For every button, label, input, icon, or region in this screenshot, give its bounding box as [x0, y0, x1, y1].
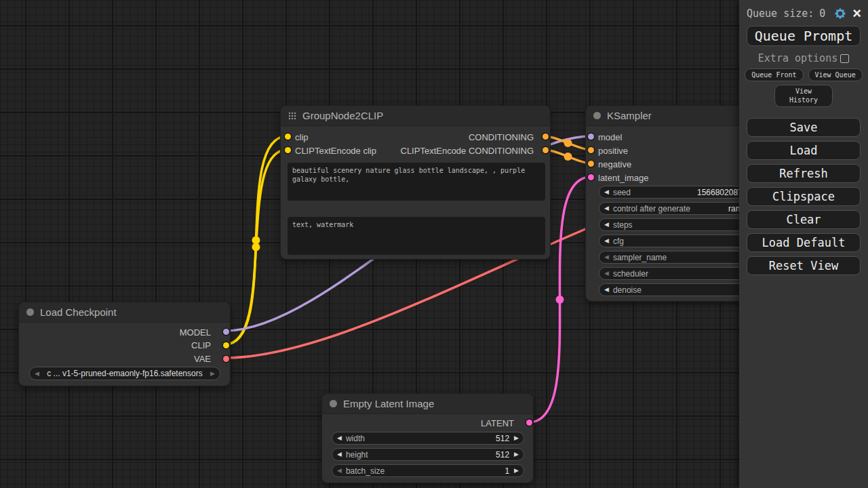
view-history-line2: History — [775, 96, 832, 104]
load-default-button[interactable]: Load Default — [747, 233, 861, 252]
input-port-negative[interactable] — [588, 161, 594, 167]
collapse-dot-icon[interactable] — [593, 112, 601, 119]
input-port-model[interactable] — [588, 134, 594, 140]
refresh-button[interactable]: Refresh — [747, 164, 861, 183]
output-port-latent[interactable] — [526, 420, 532, 426]
clipspace-button[interactable]: Clipspace — [747, 187, 861, 206]
output-label: MODEL — [130, 327, 211, 338]
input-port-latent-image[interactable] — [588, 174, 594, 180]
collapse-dot-icon[interactable] — [330, 400, 337, 407]
action-buttons: Save Load Refresh Clipspace Clear Load D… — [747, 118, 861, 275]
output-label: VAE — [130, 354, 211, 364]
view-history-button[interactable]: View History — [774, 85, 833, 107]
queue-front-button[interactable]: Queue Front — [745, 68, 803, 81]
node-load-checkpoint: Load Checkpoint MODEL CLIP VAE ◀ c ... v… — [18, 302, 231, 386]
output-port-vae[interactable] — [223, 356, 229, 362]
node-load-checkpoint-header[interactable]: Load Checkpoint — [19, 302, 230, 323]
close-icon[interactable]: × — [852, 7, 861, 20]
widget-label: denoise — [613, 285, 642, 295]
comfy-menu: Queue size:0 × Queue Prompt Extra option… — [739, 0, 868, 488]
output-label: CLIPTextEncode CONDITIONING — [401, 146, 534, 156]
collapse-dot-icon[interactable] — [26, 308, 34, 316]
negative-prompt-textarea[interactable]: text, watermark — [288, 217, 545, 255]
positive-prompt-textarea[interactable]: beautiful scenery nature glass bottle la… — [288, 163, 545, 201]
view-queue-button[interactable]: View Queue — [808, 68, 863, 81]
node-empty-latent-image-header[interactable]: Empty Latent Image — [322, 394, 533, 414]
link-dot-positive — [564, 139, 572, 147]
widget-label: steps — [613, 220, 633, 230]
widget-label: scheduler — [613, 269, 648, 279]
input-port-cliptextencode-clip[interactable] — [285, 147, 291, 153]
queue-size-value: 0 — [819, 7, 825, 20]
node-title: KSampler — [607, 110, 652, 121]
decrement-arrow-icon[interactable]: ◀ — [604, 222, 609, 228]
queue-prompt-button[interactable]: Queue Prompt — [747, 26, 861, 46]
reset-view-button[interactable]: Reset View — [747, 256, 861, 275]
widget-label: width — [346, 434, 365, 443]
widget-width[interactable]: ◀ width 512▶ — [332, 432, 524, 445]
menu-header: Queue size:0 × — [739, 0, 868, 20]
extra-options-checkbox[interactable] — [840, 54, 849, 63]
graph-canvas[interactable]: GroupNode2CLIP clip CLIPTextEncode clip … — [0, 0, 868, 488]
decrement-arrow-icon[interactable]: ◀ — [337, 451, 342, 458]
widget-value: c ... v1-5-pruned-emaonly-fp16.safetenso… — [42, 369, 208, 378]
input-port-positive[interactable] — [588, 147, 594, 153]
input-port-clip[interactable] — [285, 134, 291, 140]
output-port-model[interactable] — [223, 329, 229, 335]
widget-value: 512 — [496, 434, 509, 443]
gear-icon[interactable] — [833, 7, 847, 20]
increment-arrow-icon[interactable]: ▶ — [514, 468, 519, 474]
output-label: CLIP — [130, 340, 211, 350]
link-dot-clip-2 — [252, 243, 260, 251]
load-button[interactable]: Load — [747, 141, 861, 160]
input-label: latent_image — [598, 173, 648, 183]
decrement-arrow-icon[interactable]: ◀ — [337, 468, 342, 474]
decrement-arrow-icon[interactable]: ◀ — [337, 435, 342, 441]
widget-label: sampler_name — [613, 253, 667, 262]
output-port-clip[interactable] — [223, 342, 229, 348]
widget-batch-size[interactable]: ◀ batch_size 1▶ — [332, 464, 524, 477]
node-empty-latent-image: Empty Latent Image LATENT ◀ width 512▶ ◀… — [321, 393, 534, 483]
group-node-icon — [288, 112, 296, 120]
increment-arrow-icon[interactable]: ▶ — [514, 435, 519, 441]
decrement-arrow-icon[interactable]: ◀ — [604, 270, 609, 277]
input-label: CLIPTextEncode clip — [295, 146, 376, 156]
decrement-arrow-icon[interactable]: ◀ — [35, 371, 39, 377]
output-port-conditioning[interactable] — [542, 134, 549, 140]
extra-options-row: Extra options — [758, 52, 849, 64]
queue-size-label: Queue size: — [747, 7, 814, 20]
view-history-line1: View — [775, 87, 832, 96]
queue-size: Queue size:0 — [747, 7, 825, 20]
input-label: positive — [598, 146, 628, 156]
node-title: Empty Latent Image — [343, 398, 434, 409]
increment-arrow-icon[interactable]: ▶ — [514, 451, 519, 458]
link-dot-negative — [564, 152, 572, 161]
node-title: GroupNode2CLIP — [302, 110, 383, 121]
decrement-arrow-icon[interactable]: ◀ — [604, 287, 609, 293]
output-label: CONDITIONING — [469, 132, 534, 142]
output-port-cliptextencode-conditioning[interactable] — [542, 147, 549, 153]
widget-ckpt-name[interactable]: ◀ c ... v1-5-pruned-emaonly-fp16.safeten… — [29, 367, 220, 380]
input-label: negative — [598, 159, 631, 169]
output-label: LATENT — [433, 418, 514, 428]
widget-label: seed — [613, 188, 631, 197]
widget-label: control after generate — [613, 204, 690, 214]
widget-label: cfg — [613, 237, 624, 246]
link-dot-latent — [556, 296, 564, 304]
widget-height[interactable]: ◀ height 512▶ — [332, 448, 524, 461]
decrement-arrow-icon[interactable]: ◀ — [604, 189, 609, 195]
clear-button[interactable]: Clear — [747, 210, 861, 229]
decrement-arrow-icon[interactable]: ◀ — [604, 254, 609, 260]
decrement-arrow-icon[interactable]: ◀ — [604, 238, 609, 244]
queue-controls-row: Queue Front View Queue — [745, 68, 862, 81]
widget-value: 1 — [505, 466, 509, 476]
node-title: Load Checkpoint — [40, 306, 117, 318]
extra-options-label: Extra options — [758, 52, 837, 64]
input-label: model — [598, 132, 622, 142]
increment-arrow-icon[interactable]: ▶ — [210, 371, 215, 377]
input-label: clip — [295, 132, 309, 142]
node-groupnode2clip-header[interactable]: GroupNode2CLIP — [281, 106, 550, 126]
save-button[interactable]: Save — [747, 118, 861, 137]
widget-label: height — [346, 450, 368, 460]
decrement-arrow-icon[interactable]: ◀ — [604, 205, 609, 211]
